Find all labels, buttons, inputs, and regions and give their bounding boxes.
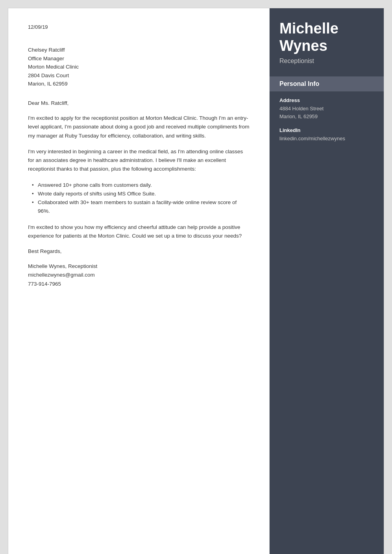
candidate-name-line2: Wynes	[279, 37, 327, 54]
candidate-name: Michelle Wynes	[279, 20, 374, 54]
linkedin-value: linkedin.com/michellezwynes	[279, 135, 374, 143]
recipient-address: 2804 Davis Court	[28, 71, 250, 80]
bullet-2: Wrote daily reports of shifts using MS O…	[32, 190, 250, 198]
personal-info-heading: Personal Info	[279, 80, 374, 87]
resume-page: 12/09/19 Chelsey Ratcliff Office Manager…	[8, 8, 384, 554]
closing-paragraph: I'm excited to show you how my efficienc…	[28, 223, 250, 241]
paragraph-2: I'm very interested in beginning a caree…	[28, 147, 250, 174]
signature-phone: 773-914-7965	[28, 280, 250, 288]
address-line2: Marion, IL 62959	[279, 113, 374, 121]
paragraph-1: I'm excited to apply for the receptionis…	[28, 114, 250, 140]
accomplishments-list: Answered 10+ phone calls from customers …	[28, 181, 250, 216]
recipient-block: Chelsey Ratcliff Office Manager Morton M…	[28, 46, 250, 88]
personal-info-section: Personal Info Address 4884 Holden Street…	[270, 76, 384, 143]
recipient-city-state-zip: Marion, IL 62959	[28, 80, 250, 88]
recipient-name: Chelsey Ratcliff	[28, 46, 250, 54]
candidate-name-line1: Michelle	[279, 20, 338, 37]
bullet-3: Collaborated with 30+ team members to su…	[32, 198, 250, 216]
address-label: Address	[279, 97, 374, 103]
personal-info-heading-bar: Personal Info	[270, 76, 384, 91]
letter-date: 12/09/19	[28, 24, 250, 30]
signature-name-title: Michelle Wynes, Receptionist	[28, 262, 250, 271]
signature-email: michellezwynes@gmail.com	[28, 271, 250, 279]
address-group: Address 4884 Holden Street Marion, IL 62…	[270, 97, 384, 120]
bullet-1: Answered 10+ phone calls from customers …	[32, 181, 250, 190]
salutation: Dear Ms. Ratcliff,	[28, 100, 250, 106]
address-line1: 4884 Holden Street	[279, 105, 374, 113]
closing-text: Best Regards,	[28, 248, 250, 254]
linkedin-group: LinkedIn linkedin.com/michellezwynes	[270, 127, 384, 143]
cover-letter-column: 12/09/19 Chelsey Ratcliff Office Manager…	[8, 8, 270, 554]
sidebar-column: Michelle Wynes Receptionist Personal Inf…	[270, 8, 384, 554]
letter-body: I'm excited to apply for the receptionis…	[28, 114, 250, 240]
recipient-company: Morton Medical Clinic	[28, 63, 250, 71]
sidebar-header: Michelle Wynes Receptionist	[270, 8, 384, 74]
candidate-job-title: Receptionist	[279, 58, 374, 65]
signature-block: Michelle Wynes, Receptionist michellezwy…	[28, 262, 250, 288]
recipient-title: Office Manager	[28, 54, 250, 63]
linkedin-label: LinkedIn	[279, 127, 374, 133]
